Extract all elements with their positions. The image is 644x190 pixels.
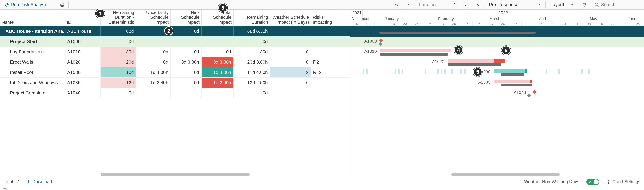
table-cell: 0d <box>170 26 202 36</box>
gantt-month-row: DecemberJanuaryFebruaryMarchAprilMayJune <box>350 16 644 22</box>
col-risk[interactable]: Risk Schedule Impact <box>170 9 202 26</box>
table-cell: 13d 2.50h <box>234 78 270 88</box>
nav-prev-button[interactable] <box>405 1 413 8</box>
gantt-bar-remaining[interactable] <box>502 84 532 87</box>
table-cell: 62d <box>100 26 136 36</box>
download-button[interactable]: Download <box>26 179 52 184</box>
weather-tick <box>558 69 560 74</box>
gantt-bar-uncertainty-end[interactable] <box>524 70 528 73</box>
col-uncertainty[interactable]: Uncertainty Schedule Impact <box>136 9 170 26</box>
table-row[interactable]: Fit Doors and WindowsA103512d1d 2.49h0d1… <box>0 78 350 88</box>
chevron-double-right-icon <box>476 3 480 7</box>
refresh-button[interactable] <box>580 1 588 8</box>
col-total[interactable]: Total Schedule Impact <box>202 9 234 26</box>
table-row[interactable]: Lay FoundationsA101030d0d0d0d30d0 <box>0 47 350 57</box>
table-cell: 0d <box>170 78 202 88</box>
gantt-horizontal-scrollbar[interactable] <box>451 173 560 176</box>
iteration-label: Iteration <box>417 2 438 7</box>
table-horizontal-scrollbar[interactable] <box>100 173 250 176</box>
caret-down-icon <box>571 3 574 6</box>
gantt-day: 10 <box>534 21 546 26</box>
iteration-input[interactable] <box>440 1 458 8</box>
table-row[interactable]: Erect WallsA102020d0d3d 3.80h3d 3.80h23d… <box>0 57 350 67</box>
table-row[interactable]: Install RoofA103010d1d 4.00h0d1d 4.00h11… <box>0 67 350 78</box>
gantt-day: 23 <box>399 21 412 26</box>
table-cell <box>270 88 311 98</box>
callout-2: 2 <box>164 26 174 35</box>
table-cell <box>311 36 334 47</box>
response-dropdown[interactable]: Pre-Response <box>486 1 543 8</box>
gantt-month: March <box>471 16 519 21</box>
gantt-bar-remaining[interactable] <box>501 73 524 76</box>
weather-toggle[interactable]: ✓ <box>586 179 599 185</box>
gantt-year-2022: 2022 <box>362 9 644 16</box>
col-remaining-label: Remaining Duration - Deterministic <box>102 10 134 25</box>
table-cell <box>311 26 334 36</box>
gantt-bar-risk[interactable] <box>494 59 505 63</box>
col-rimpact[interactable]: Risks Impacting <box>311 9 334 26</box>
search-input[interactable] <box>601 2 640 7</box>
gantt-bar-deterministic[interactable] <box>494 80 530 83</box>
table-cell: 2 <box>270 67 311 78</box>
gantt-bar-remaining[interactable] <box>380 53 448 56</box>
col-id-label: ID <box>67 20 71 25</box>
gantt-day: 30 <box>412 21 424 26</box>
gantt-bar-label: A1000 <box>364 39 377 44</box>
gantt-bar-deterministic[interactable] <box>448 59 494 63</box>
gantt-bar-remaining[interactable] <box>448 63 501 66</box>
table-cell: Install Roof <box>0 67 65 78</box>
weather-tick <box>581 69 583 74</box>
print-button[interactable] <box>58 1 66 8</box>
run-icon <box>4 3 9 7</box>
layout-dropdown[interactable]: Layout <box>548 1 576 8</box>
nav-first-button[interactable] <box>393 1 400 8</box>
table-cell: 0d <box>170 67 202 78</box>
gantt-day: 08 <box>583 21 595 26</box>
col-id[interactable]: ID <box>65 9 100 26</box>
gantt-bar-uncertainty[interactable] <box>494 70 524 73</box>
gantt-month: January <box>362 16 421 21</box>
table-cell: Lay Foundations <box>0 47 65 57</box>
run-risk-analysis-button[interactable]: Run Risk Analysis... <box>2 1 54 8</box>
table-body: ABC House - Iteration Ana...ABC House62d… <box>0 26 350 177</box>
table-cell: Project Start <box>0 36 65 47</box>
table-cell <box>270 36 311 47</box>
callout-6: 6 <box>502 46 511 55</box>
gantt-day: 24 <box>558 21 570 26</box>
table-row[interactable]: Project CompleteA10400d0d <box>0 88 350 98</box>
status-bar <box>0 186 644 190</box>
milestone-diamond[interactable] <box>527 94 531 97</box>
col-remaining[interactable]: Remaining Duration - Deterministic <box>100 9 136 26</box>
nav-last-button[interactable] <box>474 1 482 8</box>
gantt-day: 13 <box>485 21 497 26</box>
col-name[interactable]: Name <box>0 9 65 26</box>
toolbar-divider <box>545 1 546 8</box>
table-cell: Project Complete <box>0 88 65 98</box>
table-cell: ABC House - Iteration Ana... <box>0 26 65 36</box>
gantt-bar-deterministic[interactable] <box>380 49 451 52</box>
gantt-settings-button[interactable]: Gantt Settings <box>606 179 640 184</box>
col-risk-label: Risk Schedule Impact <box>172 10 200 25</box>
caret-down-icon <box>538 3 541 6</box>
milestone-diamond[interactable] <box>379 42 383 46</box>
top-toolbar: Run Risk Analysis... Iteration Pre-Respo… <box>0 0 644 9</box>
table-cell <box>270 26 311 36</box>
table-cell: 0d <box>234 88 270 98</box>
col-weather[interactable]: Weather Schedule Impact (In Days) <box>270 9 311 26</box>
col-rdur[interactable]: Remaining Duration <box>234 9 270 26</box>
table-row[interactable]: ABC House - Iteration Ana...ABC House62d… <box>0 26 350 36</box>
table-cell <box>170 36 202 47</box>
toolbar-divider <box>472 1 472 8</box>
svg-point-5 <box>608 181 609 182</box>
nav-next-button[interactable] <box>462 1 470 8</box>
weather-tick <box>460 69 462 74</box>
col-weather-label: Weather Schedule Impact (In Days) <box>272 15 309 25</box>
table-row[interactable]: Project StartA10000d0d <box>0 36 350 47</box>
callout-1: 1 <box>96 9 105 18</box>
summary-bar[interactable] <box>380 32 535 34</box>
gantt-day: 19 <box>350 21 362 26</box>
gantt-bar-risk[interactable] <box>530 80 532 83</box>
weather-toggle-label: Weather Non-Working Days <box>524 179 579 184</box>
weather-tick <box>464 69 466 74</box>
milestone-diamond[interactable] <box>532 90 537 94</box>
